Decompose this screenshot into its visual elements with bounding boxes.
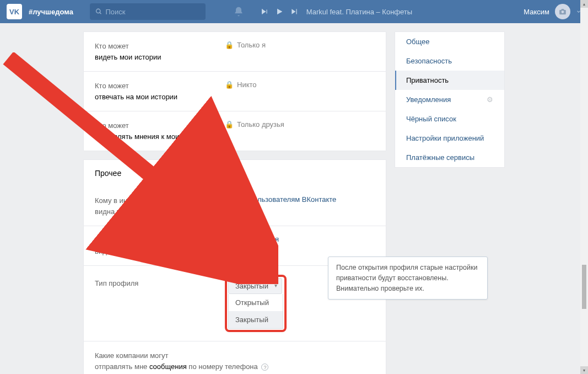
profile-type-dropdown[interactable]: Закрытый: [228, 278, 282, 294]
scroll-thumb[interactable]: [582, 265, 586, 309]
user-menu[interactable]: Максим: [524, 4, 581, 19]
gear-icon: ⚙: [487, 95, 493, 104]
setting-label: Какие компании могутотправлять мне сообщ…: [95, 350, 375, 372]
profile-type-tooltip: После открытия профиля старые настройки …: [328, 257, 488, 300]
sidemenu-app-settings[interactable]: Настройки приложений: [395, 129, 504, 148]
sidemenu-privacy[interactable]: Приватность: [395, 71, 504, 90]
svg-point-0: [96, 9, 100, 13]
help-icon[interactable]: ?: [261, 364, 268, 371]
sidemenu-blacklist[interactable]: Чёрный список: [395, 109, 504, 129]
setting-value: Все обновления: [225, 235, 279, 243]
notifications-icon[interactable]: [233, 6, 244, 17]
scroll-down-button[interactable]: ▾: [580, 366, 588, 374]
setting-value: 🔒Только друзья: [225, 120, 284, 129]
search-box[interactable]: [90, 3, 206, 20]
setting-label: Какие обновлениявидят в новостях мои дру…: [95, 235, 225, 257]
next-track-icon[interactable]: [290, 8, 298, 15]
page-scrollbar[interactable]: ▴ ▾: [580, 0, 588, 374]
username: Максим: [524, 8, 549, 16]
setting-page-visibility[interactable]: Кому в интернетевидна моя страница Тольк…: [84, 186, 386, 226]
prev-track-icon[interactable]: [261, 8, 268, 15]
svg-point-4: [562, 10, 564, 13]
settings-side-menu: Общее Безопасность Приватность Уведомлен…: [395, 31, 505, 168]
header-hashtag[interactable]: #лучшедома: [29, 8, 73, 16]
setting-stories-feedback[interactable]: Кто можетотправлять мнения к моим истори…: [84, 111, 386, 151]
svg-rect-3: [296, 9, 296, 14]
top-header: VK #лучшедома Markul feat. Платина – Кон…: [0, 0, 588, 23]
search-input[interactable]: [105, 8, 199, 16]
audio-player: Markul feat. Платина – Конфеты: [261, 7, 524, 16]
setting-label: Кто можетотвечать на мои истории: [95, 81, 225, 102]
dropdown-option-closed[interactable]: Закрытый: [229, 311, 283, 328]
dropdown-options: Открытый Закрытый: [228, 294, 283, 329]
section-title: Прочее: [84, 160, 386, 186]
sidemenu-security[interactable]: Безопасность: [395, 51, 504, 71]
setting-label: Кто можетотправлять мнения к моим истори…: [95, 120, 225, 142]
svg-line-1: [100, 13, 101, 14]
sidemenu-general[interactable]: Общее: [395, 32, 504, 51]
setting-label: Кому в интернетевидна моя страница: [95, 195, 225, 217]
sidemenu-payment[interactable]: Платёжные сервисы: [395, 148, 504, 167]
setting-stories-view[interactable]: Кто можетвидеть мои истории 🔒Только я: [84, 32, 386, 72]
setting-label: Тип профиля: [95, 275, 225, 289]
setting-stories-reply[interactable]: Кто можетотвечать на мои истории 🔒Никто: [84, 72, 386, 111]
setting-label: Кто можетвидеть мои истории: [95, 41, 225, 62]
vk-logo[interactable]: VK: [7, 4, 22, 19]
search-icon: [95, 8, 103, 15]
avatar: [555, 4, 570, 19]
now-playing-track[interactable]: Markul feat. Платина – Конфеты: [306, 8, 412, 16]
setting-value: Только пользователям ВКонтакте: [225, 195, 336, 204]
lock-icon: 🔒: [225, 41, 234, 49]
lock-icon: 🔒: [225, 81, 234, 89]
dropdown-option-open[interactable]: Открытый: [229, 294, 283, 311]
play-icon[interactable]: [275, 7, 284, 16]
camera-icon: [559, 8, 567, 15]
sidemenu-notifications[interactable]: Уведомления⚙: [395, 90, 504, 109]
scroll-up-button[interactable]: ▴: [580, 0, 588, 8]
stories-privacy-card: Кто можетвидеть мои истории 🔒Только я Кт…: [83, 31, 386, 151]
profile-type-dropdown-highlight: Закрытый Открытый Закрытый: [225, 275, 287, 332]
lock-icon: 🔒: [225, 120, 234, 129]
setting-value: 🔒Только я: [225, 41, 266, 49]
setting-company-messages[interactable]: Какие компании могутотправлять мне сообщ…: [84, 341, 386, 374]
setting-value: 🔒Никто: [225, 81, 257, 89]
